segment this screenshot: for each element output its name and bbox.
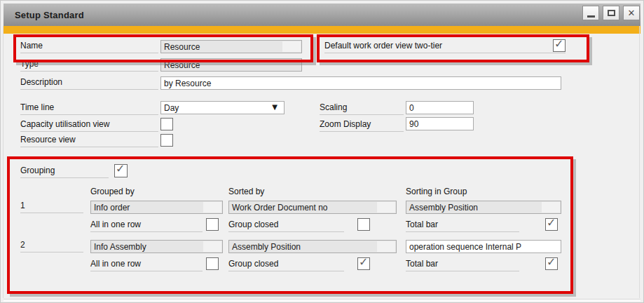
field-button-cap [282,41,301,52]
row2-group-closed-checkbox[interactable]: ✓ [357,257,370,270]
row2-sorting-in-group-field[interactable]: operation sequence Internal P [406,240,561,253]
title-bar: Setup Standard [4,4,640,26]
capacity-utilisation-checkbox[interactable]: ✓ [160,118,173,130]
row1-sorted-by-value: Work Order Document no [232,202,328,213]
timeline-value: Day [164,102,179,114]
row1-grouped-by-field[interactable]: Info order [90,201,223,214]
row2-sorting-in-group-value: operation sequence Internal P [409,241,521,252]
name-value: Resource [164,41,200,53]
resource-view-label: Resource view [20,135,158,147]
timeline-label: Time line [20,102,158,115]
grouping-label: Grouping [20,166,109,178]
minimize-button[interactable] [582,6,599,20]
scaling-field[interactable]: 0 [406,101,474,114]
timeline-dropdown[interactable]: Day ▼ [160,101,285,114]
window-controls: ✕ [582,6,640,20]
row2-sorted-by-value: Assembly Position [232,241,301,252]
row2-grouped-by-value: Info Assembly [94,241,146,252]
minimize-icon [587,15,595,18]
row1-all-in-one-row-checkbox[interactable]: ✓ [206,218,219,231]
window-right-border [639,26,640,298]
name-label: Name [20,41,158,53]
header-grouped-by: Grouped by [90,187,217,199]
check-icon: ✓ [547,255,556,269]
capacity-utilisation-label: Capacity utilisation view [20,119,158,132]
row2-total-bar-label: Total bar [406,259,519,271]
check-icon: ✓ [547,216,556,229]
description-field[interactable]: by Resource [160,76,561,90]
default-two-tier-checkbox[interactable]: ✓ [553,39,566,52]
field-button-cap [377,202,395,213]
field-button-cap [203,202,221,213]
row1-group-closed-checkbox[interactable]: ✓ [357,218,370,231]
scaling-label: Scaling [320,102,404,115]
row1-grouped-by-value: Info order [94,202,130,213]
close-icon: ✕ [628,8,636,18]
row2-group-closed-label: Group closed [228,259,344,271]
row2-grouped-by-field[interactable]: Info Assembly [90,240,223,253]
row1-total-bar-checkbox[interactable]: ✓ [545,218,558,231]
window-left-border [3,26,4,298]
header-sorted-by: Sorted by [228,187,355,199]
header-sorting-in-group: Sorting in Group [406,187,532,199]
row2-index-label: 2 [20,240,83,252]
close-button[interactable]: ✕ [623,6,640,20]
name-field[interactable]: Resource [160,40,302,53]
resource-view-checkbox[interactable]: ✓ [160,134,173,147]
check-icon: ✓ [359,255,368,269]
row2-all-in-one-row-label: All in one row [90,259,203,271]
zoom-display-label: Zoom Display [320,119,404,132]
check-icon: ✓ [554,37,563,50]
row1-total-bar-label: Total bar [406,220,519,232]
maximize-icon [608,10,615,16]
field-button-cap [542,202,560,213]
chevron-down-icon: ▼ [272,103,278,111]
row1-all-in-one-row-label: All in one row [90,220,203,232]
row1-group-closed-label: Group closed [228,220,344,232]
field-button-cap [203,241,221,252]
type-label: Type [20,59,158,72]
titlebar-accent-bar [4,26,640,34]
type-value: Resource [164,60,200,71]
window-title: Setup Standard [15,10,84,20]
description-value: by Resource [164,78,211,89]
row1-sorting-in-group-value: Assembly Position [409,202,478,213]
maximize-button[interactable] [603,6,619,20]
scaling-value: 0 [409,102,414,114]
setup-standard-dialog: Setup Standard ✕ Name Resource Default w… [0,0,644,303]
type-field[interactable]: Resource [160,58,302,72]
default-two-tier-label: Default work order view two-tier [324,41,566,53]
field-button-cap [377,241,395,252]
row2-all-in-one-row-checkbox[interactable]: ✓ [206,257,219,270]
zoom-display-field[interactable]: 90 [406,117,474,130]
window-bottom-edge [4,299,640,302]
row1-sorted-by-field[interactable]: Work Order Document no [228,201,397,214]
row2-total-bar-checkbox[interactable]: ✓ [545,257,558,270]
check-icon: ✓ [116,162,125,175]
zoom-display-value: 90 [409,119,418,130]
row1-index-label: 1 [20,201,83,213]
row2-sorted-by-field[interactable]: Assembly Position [228,240,397,253]
grouping-checkbox[interactable]: ✓ [114,164,128,177]
description-label: Description [20,77,158,90]
row1-sorting-in-group-field[interactable]: Assembly Position [406,201,561,214]
